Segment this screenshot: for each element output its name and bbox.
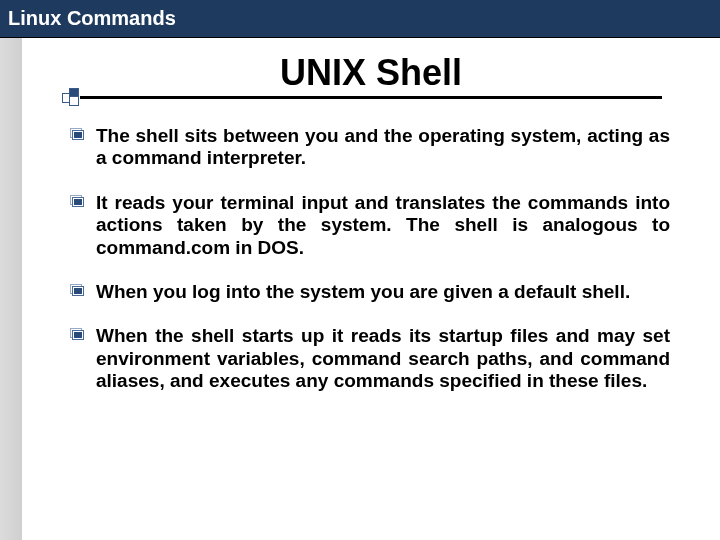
- title-ornament-icon: [62, 88, 82, 106]
- bullet-item: The shell sits between you and the opera…: [96, 125, 670, 170]
- slide-content: UNIX Shell The shell sits between you an…: [22, 52, 720, 393]
- bullet-item: When the shell starts up it reads its st…: [96, 325, 670, 392]
- bullet-list: The shell sits between you and the opera…: [96, 125, 670, 393]
- bullet-text: When you log into the system you are giv…: [96, 281, 630, 302]
- bullet-text: When the shell starts up it reads its st…: [96, 325, 670, 391]
- header-bar: Linux Commands: [0, 0, 720, 38]
- bullet-icon: [70, 328, 86, 342]
- bullet-icon: [70, 284, 86, 298]
- slide-title: UNIX Shell: [280, 52, 462, 94]
- header-title: Linux Commands: [8, 7, 176, 30]
- bullet-item: It reads your terminal input and transla…: [96, 192, 670, 259]
- left-rail: [0, 38, 22, 540]
- bullet-icon: [70, 195, 86, 209]
- bullet-text: It reads your terminal input and transla…: [96, 192, 670, 258]
- bullet-item: When you log into the system you are giv…: [96, 281, 670, 303]
- bullet-icon: [70, 128, 86, 142]
- title-wrap: UNIX Shell: [52, 52, 690, 94]
- bullet-text: The shell sits between you and the opera…: [96, 125, 670, 168]
- title-rule: [80, 96, 662, 99]
